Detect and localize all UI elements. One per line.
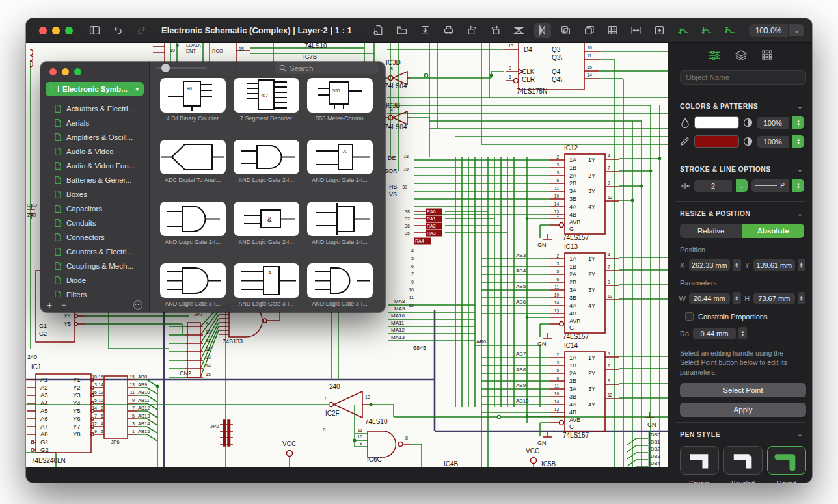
wire-hop-1-icon[interactable] bbox=[675, 23, 692, 38]
rotate-right-icon[interactable] bbox=[487, 23, 504, 38]
y-value[interactable]: 139.61 mm bbox=[753, 259, 794, 271]
fill-opacity-value[interactable]: 100% bbox=[757, 117, 789, 129]
palette-category-item[interactable]: Amplifiers & Oscill... bbox=[40, 130, 149, 144]
more-options-icon[interactable]: ⋯ bbox=[133, 300, 142, 310]
close-button[interactable] bbox=[39, 27, 47, 34]
tab-layers[interactable] bbox=[734, 49, 748, 61]
chevron-down-icon[interactable]: ⌄ bbox=[797, 166, 803, 173]
library-selector-button[interactable]: Electronic Symb... ▾ bbox=[46, 82, 144, 96]
minimize-button[interactable] bbox=[52, 27, 60, 34]
palette-category-item[interactable]: Diode bbox=[40, 273, 149, 287]
rotate-left-icon[interactable] bbox=[464, 23, 481, 38]
symbol-and3b-icon[interactable] bbox=[307, 263, 373, 298]
symbol-and2b-icon[interactable] bbox=[160, 202, 226, 236]
palette-category-item[interactable]: Capacitors bbox=[40, 202, 149, 216]
duplicate-icon[interactable] bbox=[558, 23, 574, 38]
stroke-width-value[interactable]: 2 bbox=[694, 180, 732, 192]
stroke-contrast-icon[interactable] bbox=[743, 137, 753, 146]
stroke-color-swatch[interactable] bbox=[694, 135, 739, 148]
symbol-timer-icon[interactable]: 555 bbox=[307, 78, 373, 113]
svg-text:Y8: Y8 bbox=[73, 431, 81, 438]
palette-category-item[interactable]: Couplings & Mech... bbox=[40, 259, 149, 273]
minimize-button[interactable] bbox=[62, 68, 69, 75]
page-export-icon[interactable] bbox=[370, 23, 387, 38]
chevron-down-icon[interactable]: ⌄ bbox=[797, 103, 803, 110]
symbol-and2amp-icon[interactable]: & bbox=[234, 202, 299, 236]
x-stepper[interactable]: ▲▼ bbox=[733, 259, 741, 271]
symbol-counter-icon[interactable]: +6 bbox=[160, 78, 226, 113]
symbol-decoder-icon[interactable]: 4:7 bbox=[234, 78, 299, 113]
copy-icon[interactable] bbox=[581, 23, 598, 38]
h-stepper[interactable]: ▲▼ bbox=[798, 292, 806, 304]
zoom-button[interactable] bbox=[65, 27, 73, 34]
pen-round-option[interactable] bbox=[767, 446, 806, 475]
ra-value[interactable]: 0.44 mm bbox=[693, 328, 736, 339]
frame-icon[interactable] bbox=[651, 23, 668, 38]
object-name-input[interactable] bbox=[680, 70, 806, 85]
pen-square-option[interactable] bbox=[680, 446, 719, 475]
zoom-button[interactable] bbox=[74, 68, 81, 75]
palette-category-item[interactable]: Batteries & Gener... bbox=[40, 173, 149, 187]
palette-category-item[interactable]: Audio & Video bbox=[40, 144, 149, 159]
symbol-and2iec-icon[interactable]: A bbox=[307, 140, 373, 174]
palette-category-item[interactable]: Counters & Electri... bbox=[40, 245, 149, 259]
fill-color-swatch[interactable] bbox=[694, 116, 739, 129]
y-stepper[interactable]: ▲▼ bbox=[798, 259, 806, 271]
grid-icon[interactable] bbox=[604, 23, 621, 38]
stroke-opacity-stepper[interactable]: ▲▼ bbox=[792, 135, 804, 148]
zoom-control[interactable]: 100.0% ⌄ bbox=[749, 24, 804, 37]
absolute-button[interactable]: Absolute bbox=[742, 224, 805, 238]
tab-patterns[interactable] bbox=[760, 49, 774, 61]
wire-hop-2-icon[interactable] bbox=[698, 23, 715, 38]
open-folder-icon[interactable] bbox=[394, 23, 411, 38]
chevron-down-icon[interactable]: ⌄ bbox=[797, 210, 803, 217]
zoom-chevron-icon[interactable]: ⌄ bbox=[789, 24, 804, 36]
sidebar-toggle-icon[interactable] bbox=[86, 23, 103, 38]
stroke-width-dropdown[interactable]: ⌄ bbox=[736, 179, 748, 192]
flip-vertical-icon[interactable] bbox=[511, 23, 528, 38]
search-field[interactable]: Search bbox=[275, 62, 379, 74]
select-point-button[interactable]: Select Point bbox=[680, 383, 806, 397]
line-style-selector[interactable]: P bbox=[751, 179, 789, 192]
fill-opacity-stepper[interactable]: ▲▼ bbox=[792, 116, 804, 129]
undo-icon[interactable] bbox=[109, 23, 126, 38]
remove-category-button[interactable]: − bbox=[61, 300, 66, 310]
palette-category-item[interactable]: Actuators & Electri... bbox=[40, 101, 149, 116]
relative-button[interactable]: Relative bbox=[680, 224, 742, 238]
apply-button[interactable]: Apply bbox=[680, 403, 806, 417]
palette-category-item[interactable]: Aerials bbox=[40, 116, 149, 130]
chevron-down-icon[interactable]: ⌄ bbox=[797, 431, 803, 438]
symbol-and3iec-icon[interactable]: A bbox=[234, 263, 299, 298]
palette-category-item[interactable]: Audio & Video Fun... bbox=[40, 159, 149, 173]
constrain-proportions-checkbox[interactable] bbox=[685, 312, 694, 321]
thumbnail-size-slider[interactable] bbox=[156, 67, 207, 69]
symbol-and2-icon[interactable] bbox=[234, 140, 299, 174]
line-style-stepper[interactable]: ▲▼ bbox=[792, 179, 804, 192]
symbol-and3-icon[interactable] bbox=[160, 263, 226, 298]
tab-properties[interactable] bbox=[708, 49, 722, 61]
print-icon[interactable] bbox=[440, 23, 457, 38]
wire-hop-3-icon[interactable] bbox=[722, 23, 738, 38]
w-stepper[interactable]: ▲▼ bbox=[733, 292, 741, 304]
palette-category-item[interactable]: Conduits bbox=[40, 216, 149, 230]
w-value[interactable]: 20.44 mm bbox=[689, 293, 730, 304]
flip-horizontal-icon[interactable] bbox=[534, 23, 551, 38]
x-value[interactable]: 262.33 mm bbox=[689, 259, 730, 271]
palette-category-item[interactable]: Filters bbox=[40, 287, 149, 297]
import-icon[interactable] bbox=[417, 23, 434, 38]
zoom-level[interactable]: 100.0% bbox=[749, 24, 789, 37]
slider-knob[interactable] bbox=[161, 64, 170, 72]
symbol-adc-icon[interactable] bbox=[160, 140, 226, 174]
symbol-and2box-icon[interactable] bbox=[307, 202, 373, 236]
distribute-icon[interactable] bbox=[628, 23, 645, 38]
palette-category-item[interactable]: Boxes bbox=[40, 187, 149, 202]
h-value[interactable]: 73.67 mm bbox=[753, 293, 794, 304]
palette-category-item[interactable]: Connectors bbox=[40, 230, 149, 245]
stroke-opacity-value[interactable]: 100% bbox=[757, 136, 789, 148]
redo-icon[interactable] bbox=[133, 23, 150, 38]
close-button[interactable] bbox=[49, 68, 57, 75]
ra-stepper[interactable]: ▲▼ bbox=[738, 327, 747, 339]
add-category-button[interactable]: + bbox=[47, 300, 52, 310]
pen-beveled-option[interactable] bbox=[723, 446, 763, 475]
fill-contrast-icon[interactable] bbox=[743, 118, 753, 127]
